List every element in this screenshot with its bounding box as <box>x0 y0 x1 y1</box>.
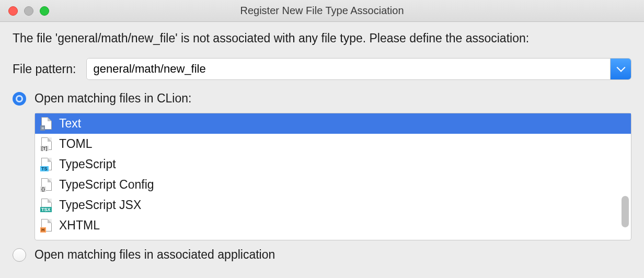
chevron-down-icon <box>616 63 625 72</box>
file-type-item[interactable]: TSTypeScript <box>35 154 631 175</box>
file-type-item[interactable]: ≡Text <box>35 113 631 134</box>
radio-checked-icon[interactable] <box>13 92 26 106</box>
file-pattern-label: File pattern: <box>13 62 76 76</box>
file-pattern-combo[interactable] <box>86 58 631 80</box>
open-in-ide-option[interactable]: Open matching files in CLion: <box>13 91 631 106</box>
open-in-ide-label: Open matching files in CLion: <box>34 91 191 106</box>
file-type-item[interactable]: HXHTML <box>35 215 631 236</box>
scrollbar-thumb[interactable] <box>622 196 629 227</box>
file-pattern-row: File pattern: <box>13 58 631 80</box>
titlebar: Register New File Type Association <box>0 0 644 22</box>
file-type-icon: {} <box>41 178 53 192</box>
file-type-item[interactable]: TSXTypeScript JSX <box>35 195 631 215</box>
dialog-content: The file 'general/math/new_file' is not … <box>0 22 644 267</box>
file-type-label: TypeScript JSX <box>59 198 141 212</box>
file-type-icon: [T] <box>41 137 53 151</box>
file-type-item[interactable]: [T]TOML <box>35 134 631 154</box>
file-type-label: Text <box>59 117 81 131</box>
window-close-button[interactable] <box>8 6 18 16</box>
window-zoom-button[interactable] <box>40 6 49 16</box>
open-in-associated-option[interactable]: Open matching files in associated applic… <box>13 248 631 262</box>
file-type-label: TOML <box>59 137 92 151</box>
file-type-icon: ≡ <box>41 117 53 131</box>
open-in-associated-label: Open matching files in associated applic… <box>34 248 275 262</box>
file-type-label: TypeScript <box>59 157 116 171</box>
file-type-label: TypeScript Config <box>59 178 154 192</box>
window-minimize-button[interactable] <box>24 6 33 16</box>
window-title: Register New File Type Association <box>0 5 644 17</box>
file-pattern-dropdown-button[interactable] <box>610 59 631 79</box>
file-type-icon: TSX <box>41 199 53 212</box>
radio-unchecked-icon[interactable] <box>13 248 26 262</box>
dialog-message: The file 'general/math/new_file' is not … <box>13 31 631 45</box>
file-type-listbox[interactable]: ≡Text[T]TOMLTSTypeScript{}TypeScript Con… <box>34 113 631 240</box>
window-controls <box>0 6 49 16</box>
file-type-label: XHTML <box>59 218 100 233</box>
file-type-icon: H <box>41 219 53 233</box>
file-type-icon: TS <box>41 158 53 171</box>
file-type-item[interactable]: {}TypeScript Config <box>35 175 631 195</box>
file-pattern-input[interactable] <box>87 59 610 79</box>
